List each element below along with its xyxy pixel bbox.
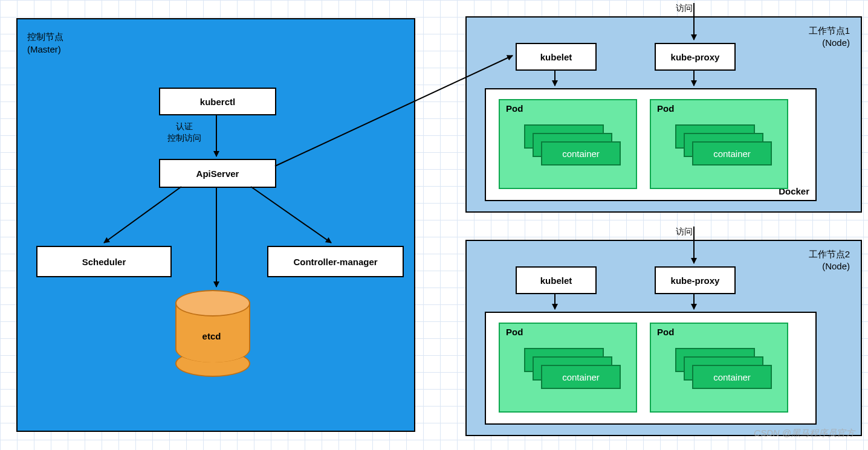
master-title-line2: (Master)	[27, 44, 61, 54]
pod-1b: Pod container	[650, 99, 788, 189]
master-title: 控制节点 (Master)	[27, 30, 63, 56]
auth-label: 认证 控制访问	[166, 121, 202, 144]
master-title-line1: 控制节点	[27, 31, 63, 42]
pod-1a: Pod container	[499, 99, 637, 189]
kubelet-label-1: kubelet	[540, 52, 572, 62]
container-front-1a: container	[541, 141, 621, 166]
container-front-2b: container	[692, 365, 772, 389]
auth-line2: 控制访问	[167, 133, 201, 143]
auth-line1: 认证	[176, 121, 193, 131]
pod-2b: Pod container	[650, 323, 788, 413]
kubeproxy-label-1: kube-proxy	[671, 52, 720, 62]
kubelet-label-2: kubelet	[540, 275, 572, 286]
access-label-1: 访问	[676, 2, 693, 14]
kubelet-box-2: kubelet	[516, 266, 597, 294]
watermark: CSDN @黑马程序员官方	[754, 428, 855, 439]
pod-2b-label: Pod	[657, 327, 674, 337]
pod-2a-label: Pod	[506, 327, 523, 337]
worker1-title-line1: 工作节点1	[809, 25, 850, 36]
container-text: container	[713, 149, 751, 159]
pod-1b-label: Pod	[657, 103, 674, 114]
worker2-title-line1: 工作节点2	[809, 249, 850, 259]
access-label-2: 访问	[676, 226, 693, 237]
worker1-title-line2: (Node)	[822, 37, 850, 48]
container-front-2a: container	[541, 365, 621, 389]
controller-label: Controller-manager	[293, 257, 377, 267]
container-text: container	[713, 372, 751, 382]
pod-2a: Pod container	[499, 323, 637, 413]
etcd-label: etcd	[175, 331, 248, 341]
container-text: container	[562, 372, 600, 382]
apiserver-box: ApiServer	[159, 159, 276, 188]
kubeproxy-box-1: kube-proxy	[655, 43, 736, 71]
kubelet-box-1: kubelet	[516, 43, 597, 71]
container-front-1b: container	[692, 141, 772, 166]
scheduler-label: Scheduler	[82, 257, 126, 267]
apiserver-label: ApiServer	[196, 169, 239, 179]
kubectl-box: kuberctl	[159, 88, 276, 115]
kubeproxy-label-2: kube-proxy	[671, 275, 720, 286]
controller-box: Controller-manager	[267, 246, 404, 277]
diagram-stage: 控制节点 (Master) kuberctl 认证 控制访问 ApiServer…	[0, 0, 868, 450]
kubectl-label: kuberctl	[200, 97, 235, 107]
worker2-title: 工作节点2 (Node)	[809, 248, 850, 273]
container-text: container	[562, 149, 600, 159]
scheduler-box: Scheduler	[36, 246, 172, 277]
kubeproxy-box-2: kube-proxy	[655, 266, 736, 294]
worker2-title-line2: (Node)	[822, 261, 850, 271]
etcd-cylinder: etcd	[175, 290, 250, 381]
pod-1a-label: Pod	[506, 103, 523, 114]
cylinder-top	[175, 290, 250, 317]
worker1-title: 工作节点1 (Node)	[809, 25, 850, 50]
